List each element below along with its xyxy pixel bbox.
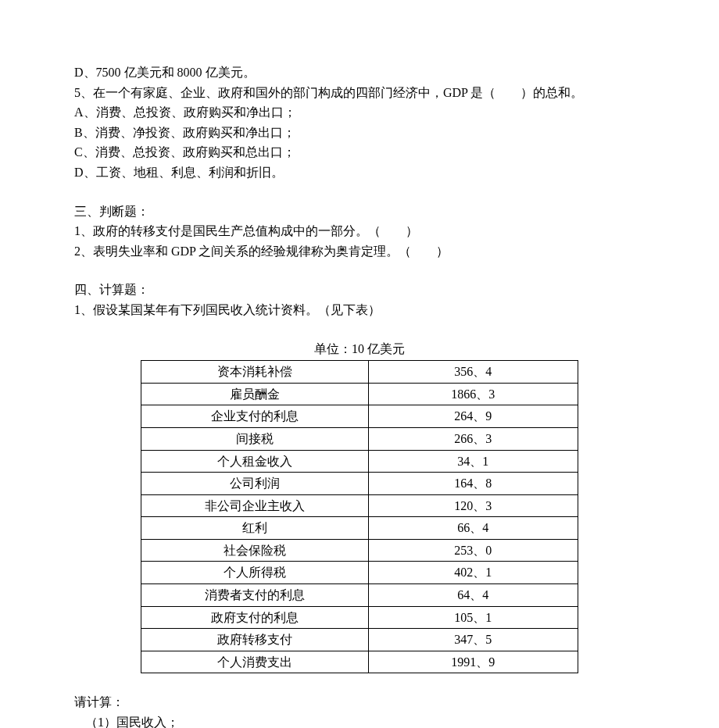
table-cell-value: 264、9 <box>368 405 578 428</box>
table-row: 企业支付的利息264、9 <box>141 405 578 428</box>
table-cell-value: 402、1 <box>368 562 578 584</box>
table-row: 公司利润164、8 <box>141 473 578 495</box>
table-cell-label: 个人消费支出 <box>141 651 369 673</box>
section-4-question-1: 1、假设某国某年有下列国民收入统计资料。（见下表） <box>74 300 645 320</box>
table-cell-label: 政府转移支付 <box>141 629 369 651</box>
table-row: 消费者支付的利息64、4 <box>141 584 578 607</box>
table-cell-label: 个人所得税 <box>141 562 369 584</box>
table-row: 政府转移支付347、5 <box>141 629 578 651</box>
table-row: 个人所得税402、1 <box>141 562 578 584</box>
question-5-option-c: C、消费、总投资、政府购买和总出口； <box>74 142 645 162</box>
question-5-option-a: A、消费、总投资、政府购买和净出口； <box>74 102 645 123</box>
question-5-stem: 5、在一个有家庭、企业、政府和国外的部门构成的四部门经济中，GDP 是（ ）的总… <box>74 83 645 103</box>
table-cell-value: 164、8 <box>368 473 578 495</box>
table-row: 雇员酬金1866、3 <box>141 383 578 405</box>
table-row: 社会保险税253、0 <box>141 539 578 562</box>
table-cell-label: 雇员酬金 <box>141 383 369 405</box>
table-cell-value: 253、0 <box>368 539 578 562</box>
table-cell-label: 社会保险税 <box>141 539 369 562</box>
table-caption: 单位：10 亿美元 <box>74 339 645 359</box>
question-5-option-b: B、消费、净投资、政府购买和净出口； <box>74 123 645 143</box>
table-cell-label: 企业支付的利息 <box>141 405 369 428</box>
table-cell-value: 356、4 <box>368 361 578 384</box>
table-cell-label: 资本消耗补偿 <box>141 361 369 384</box>
table-cell-value: 347、5 <box>368 629 578 651</box>
calc-item-1: （1）国民收入； <box>74 712 645 728</box>
question-4-option-d: D、7500 亿美元和 8000 亿美元。 <box>74 62 645 83</box>
table-cell-value: 120、3 <box>368 494 578 517</box>
table-cell-value: 64、4 <box>368 584 578 607</box>
table-cell-label: 消费者支付的利息 <box>141 584 369 607</box>
table-row: 非公司企业主收入120、3 <box>141 494 578 517</box>
table-cell-label: 公司利润 <box>141 473 369 495</box>
data-table: 资本消耗补偿356、4雇员酬金1866、3企业支付的利息264、9间接税266、… <box>141 360 578 673</box>
section-3-title: 三、判断题： <box>74 202 645 222</box>
table-row: 个人消费支出1991、9 <box>141 651 578 673</box>
table-row: 个人租金收入34、1 <box>141 450 578 473</box>
table-cell-label: 个人租金收入 <box>141 450 369 473</box>
table-row: 资本消耗补偿356、4 <box>141 361 578 384</box>
table-row: 政府支付的利息105、1 <box>141 606 578 629</box>
table-row: 间接税266、3 <box>141 427 578 450</box>
table-cell-value: 1991、9 <box>368 651 578 673</box>
calc-prompt: 请计算： <box>74 692 645 712</box>
table-cell-value: 66、4 <box>368 517 578 540</box>
section-4-title: 四、计算题： <box>74 280 645 300</box>
table-cell-value: 1866、3 <box>368 383 578 405</box>
table-cell-label: 政府支付的利息 <box>141 606 369 629</box>
table-cell-label: 红利 <box>141 517 369 540</box>
question-5-option-d: D、工资、地租、利息、利润和折旧。 <box>74 162 645 183</box>
section-3-question-1: 1、政府的转移支付是国民生产总值构成中的一部分。（ ） <box>74 221 645 241</box>
table-cell-value: 34、1 <box>368 450 578 473</box>
table-cell-value: 105、1 <box>368 606 578 629</box>
section-3-question-2: 2、表明失业率和 GDP 之间关系的经验规律称为奥肯定理。（ ） <box>74 241 645 262</box>
table-cell-value: 266、3 <box>368 427 578 450</box>
table-row: 红利66、4 <box>141 517 578 540</box>
table-cell-label: 非公司企业主收入 <box>141 494 369 517</box>
table-cell-label: 间接税 <box>141 427 369 450</box>
